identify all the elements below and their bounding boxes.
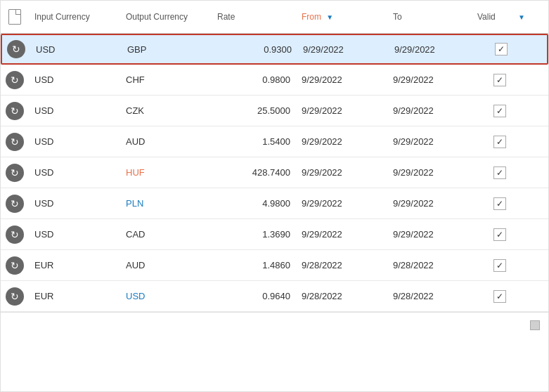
rate-cell: 428.7400 [212,163,296,182]
output-currency-cell: AUD [120,256,212,275]
table-row[interactable]: ↻USDCZK25.50009/29/20229/29/2022 [1,96,548,126]
to-date-cell: 9/29/2022 [387,70,472,89]
refresh-icon[interactable]: ↻ [7,40,25,58]
header-from[interactable]: From ▼ [296,9,387,25]
refresh-icon[interactable]: ↻ [6,256,24,275]
rate-cell: 0.9300 [213,40,297,59]
from-date-cell: 9/28/2022 [296,287,387,306]
sort-desc-icon: ▼ [326,13,333,21]
valid-checkbox[interactable] [493,166,506,179]
to-date-cell: 9/29/2022 [389,40,473,59]
valid-checkbox-cell[interactable] [472,133,528,151]
table-row[interactable]: ↻USDGBP0.93009/29/20229/29/2022 [1,34,548,65]
valid-checkbox-cell[interactable] [472,71,528,89]
input-currency-cell: EUR [29,256,120,275]
input-currency-cell: EUR [29,287,120,306]
filter-icon: ▼ [518,13,525,21]
header-rate: Rate [212,9,296,25]
from-date-cell: 9/29/2022 [296,132,387,151]
output-currency-cell: CAD [120,225,212,244]
output-currency-cell: CZK [120,101,212,120]
refresh-icon[interactable]: ↻ [6,287,24,306]
rate-cell: 1.5400 [212,132,296,151]
from-date-cell: 9/29/2022 [296,194,387,213]
document-icon [8,9,21,25]
rate-cell: 4.9800 [212,194,296,213]
output-currency-cell: AUD [120,132,212,151]
to-date-cell: 9/29/2022 [387,225,472,244]
footer-checkbox[interactable] [530,320,540,330]
to-date-cell: 9/29/2022 [387,101,472,120]
refresh-icon[interactable]: ↻ [6,102,24,120]
header-valid[interactable]: Valid ▼ [472,9,528,25]
rate-cell: 0.9800 [212,70,296,89]
refresh-icon-cell[interactable]: ↻ [1,161,29,185]
valid-checkbox-cell[interactable] [472,256,528,275]
valid-checkbox[interactable] [493,74,506,86]
to-date-cell: 9/28/2022 [387,256,472,275]
from-date-cell: 9/29/2022 [296,163,387,182]
refresh-icon-cell[interactable]: ↻ [1,254,29,277]
from-date-cell: 9/29/2022 [297,40,389,59]
refresh-icon[interactable]: ↻ [6,71,24,89]
valid-checkbox-cell[interactable] [472,164,528,182]
output-currency-cell: GBP [122,40,213,59]
rate-cell: 1.3690 [212,225,296,244]
input-currency-cell: USD [29,194,120,213]
valid-checkbox-cell[interactable] [472,226,528,244]
valid-checkbox[interactable] [493,259,506,272]
table-row[interactable]: ↻EURAUD1.48609/28/20229/28/2022 [1,250,548,281]
output-currency-cell: USD [120,287,212,306]
rate-cell: 25.5000 [212,101,296,120]
valid-checkbox-cell[interactable] [472,195,528,213]
table-row[interactable]: ↻USDCAD1.36909/29/20229/29/2022 [1,219,548,250]
refresh-icon[interactable]: ↻ [6,195,24,213]
to-date-cell: 9/29/2022 [387,132,472,151]
refresh-icon[interactable]: ↻ [6,226,24,244]
refresh-icon-cell[interactable]: ↻ [1,223,29,247]
valid-checkbox-cell[interactable] [473,40,529,58]
refresh-icon-cell[interactable]: ↻ [1,130,29,154]
to-date-cell: 9/29/2022 [387,163,472,182]
valid-checkbox-cell[interactable] [472,102,528,120]
rate-cell: 0.9640 [212,287,296,306]
from-date-cell: 9/29/2022 [296,70,387,89]
table-row[interactable]: ↻USDPLN4.98009/29/20229/29/2022 [1,188,548,219]
header-input-currency: Input Currency [29,9,120,25]
refresh-icon-cell[interactable]: ↻ [1,99,29,123]
table-header: Input Currency Output Currency Rate From… [1,1,548,34]
input-currency-cell: USD [29,70,120,89]
table-row[interactable]: ↻USDAUD1.54009/29/20229/29/2022 [1,126,548,157]
from-date-cell: 9/29/2022 [296,225,387,244]
input-currency-cell: USD [30,40,122,59]
output-currency-cell: HUF [120,163,212,182]
refresh-icon-cell[interactable]: ↻ [1,192,29,216]
to-date-cell: 9/29/2022 [387,194,472,213]
valid-checkbox[interactable] [493,228,506,241]
to-date-cell: 9/28/2022 [387,287,472,306]
header-to: To [387,9,472,25]
table-body: ↻USDGBP0.93009/29/20229/29/2022↻USDCHF0.… [1,34,548,312]
header-output-currency: Output Currency [120,9,212,25]
table-row[interactable]: ↻USDHUF428.74009/29/20229/29/2022 [1,157,548,188]
valid-checkbox-cell[interactable] [472,287,528,306]
valid-checkbox[interactable] [493,136,506,148]
table-row[interactable]: ↻USDCHF0.98009/29/20229/29/2022 [1,65,548,96]
valid-checkbox[interactable] [493,105,506,117]
input-currency-cell: USD [29,132,120,151]
table-footer [1,312,548,337]
input-currency-cell: USD [29,163,120,182]
refresh-icon-cell[interactable]: ↻ [1,285,29,308]
valid-checkbox[interactable] [493,197,506,210]
rate-cell: 1.4860 [212,256,296,275]
output-currency-cell: CHF [120,70,212,89]
input-currency-cell: USD [29,101,120,120]
refresh-icon[interactable]: ↻ [6,164,24,182]
table-row[interactable]: ↻EURUSD0.96409/28/20229/28/2022 [1,281,548,312]
refresh-icon-cell[interactable]: ↻ [2,37,30,61]
refresh-icon[interactable]: ↻ [6,133,24,151]
output-currency-cell: PLN [120,194,212,213]
refresh-icon-cell[interactable]: ↻ [1,68,29,92]
valid-checkbox[interactable] [493,290,506,303]
valid-checkbox[interactable] [495,43,508,55]
